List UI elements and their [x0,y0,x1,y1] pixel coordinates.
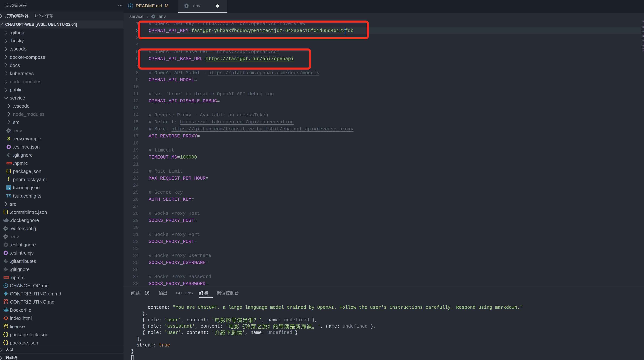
svg-text:npm: npm [4,276,8,279]
svg-text:npm: npm [7,162,11,164]
svg-text:TS: TS [7,186,10,189]
